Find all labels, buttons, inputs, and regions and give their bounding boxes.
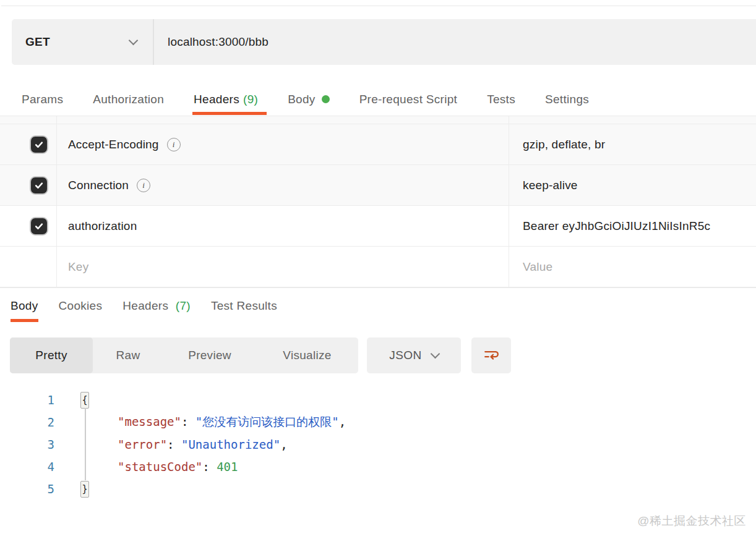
url-text: localhost:3000/bbb: [168, 35, 268, 49]
tab-pre-request-script[interactable]: Pre-request Script: [359, 83, 458, 116]
json-key: "statusCode": [118, 460, 202, 473]
code-line: 5 }: [10, 478, 756, 500]
tab-label: Pre-request Script: [359, 93, 458, 106]
header-value-cell[interactable]: Bearer eyJhbGciOiJIUzI1NiIsInR5c: [509, 206, 756, 246]
tab-label: Headers: [194, 93, 239, 106]
tab-label: Params: [22, 93, 63, 106]
checkbox-checked[interactable]: [30, 135, 48, 154]
tab-label: Cookies: [59, 299, 103, 312]
tab-headers[interactable]: Headers (9): [194, 83, 258, 116]
segment-label: Pretty: [35, 349, 67, 362]
response-tab-test-results[interactable]: Test Results: [211, 288, 277, 322]
view-mode-segments: Pretty Raw Preview Visualize: [10, 337, 358, 373]
tab-label: Test Results: [211, 299, 277, 312]
segment-label: Visualize: [283, 349, 331, 362]
table-row-accept-encoding: Accept-Encoding i gzip, deflate, br: [0, 124, 756, 165]
tab-label: Body: [288, 93, 316, 106]
response-body-viewer: 1 { 2 "message": "您没有访问该接口的权限", 3 "error…: [10, 389, 756, 500]
tab-body[interactable]: Body: [288, 83, 330, 116]
top-divider: [1, 6, 756, 6]
fold-marker-open-brace[interactable]: {: [80, 392, 89, 409]
checkbox-checked[interactable]: [30, 176, 48, 195]
info-icon[interactable]: i: [137, 179, 150, 192]
tab-label: Body: [11, 299, 38, 312]
line-number: 4: [10, 460, 54, 473]
code-line: 2 "message": "您没有访问该接口的权限",: [10, 411, 756, 433]
chevron-down-icon: [430, 349, 440, 359]
response-tab-cookies[interactable]: Cookies: [59, 288, 103, 322]
response-tab-body[interactable]: Body: [11, 288, 38, 322]
line-number: 1: [10, 393, 54, 407]
header-key-cell[interactable]: Connection i: [57, 165, 509, 205]
request-tabs: Params Authorization Headers (9) Body Pr…: [12, 83, 756, 116]
table-row-partial: [0, 116, 756, 124]
fold-marker-close-brace[interactable]: }: [80, 481, 89, 498]
header-key: authorization: [68, 219, 137, 233]
json-string-value: "您没有访问该接口的权限": [195, 415, 339, 428]
table-row-connection: Connection i keep-alive: [0, 165, 756, 206]
json-key: "message": [118, 415, 181, 428]
view-mode-raw[interactable]: Raw: [93, 337, 163, 373]
header-key: Connection: [68, 179, 129, 192]
body-present-dot-icon: [322, 95, 330, 103]
table-row-authorization: authorization Bearer eyJhbGciOiJIUzI1NiI…: [0, 206, 756, 247]
tab-label: Headers: [122, 299, 168, 312]
code-line: 4 "statusCode": 401: [10, 456, 756, 478]
tab-settings[interactable]: Settings: [545, 83, 589, 116]
value-placeholder: Value: [523, 260, 552, 274]
code-line: 1 {: [10, 389, 756, 411]
chevron-down-icon: [129, 35, 139, 45]
header-value-cell[interactable]: gzip, deflate, br: [509, 124, 756, 164]
json-key: "error": [118, 438, 167, 451]
headers-table: Accept-Encoding i gzip, deflate, br Conn…: [0, 116, 756, 287]
response-tabs: Body Cookies Headers (7) Test Results: [11, 288, 277, 322]
tab-label: Settings: [545, 93, 589, 106]
header-value: Bearer eyJhbGciOiJIUzI1NiIsInR5c: [523, 219, 710, 233]
new-value-input[interactable]: Value: [509, 247, 756, 287]
url-input[interactable]: localhost:3000/bbb: [154, 19, 756, 65]
url-bar: GET localhost:3000/bbb: [12, 19, 756, 65]
wrap-text-button[interactable]: [471, 337, 511, 373]
line-number: 3: [10, 438, 54, 451]
view-mode-preview[interactable]: Preview: [163, 337, 256, 373]
segment-label: Raw: [116, 349, 140, 362]
format-label: JSON: [389, 349, 421, 362]
method-select[interactable]: GET: [12, 19, 154, 65]
format-select[interactable]: JSON: [367, 337, 461, 373]
wrap-text-icon: [482, 347, 500, 363]
header-key: Accept-Encoding: [68, 138, 159, 151]
response-headers-count: (7): [176, 299, 191, 312]
fold-guide-line: [85, 408, 86, 480]
line-number: 5: [10, 482, 54, 496]
view-mode-visualize[interactable]: Visualize: [256, 337, 358, 373]
watermark: @稀土掘金技术社区: [637, 513, 746, 529]
info-icon[interactable]: i: [167, 138, 181, 151]
line-number: 2: [10, 415, 54, 429]
response-tab-headers[interactable]: Headers (7): [122, 288, 191, 322]
headers-count: (9): [243, 93, 258, 106]
tab-label: Authorization: [93, 93, 164, 106]
code-line: 3 "error": "Unauthorized",: [10, 433, 756, 456]
header-value-cell[interactable]: keep-alive: [509, 165, 756, 205]
tab-tests[interactable]: Tests: [487, 83, 515, 116]
header-value: gzip, deflate, br: [523, 138, 605, 151]
key-placeholder: Key: [68, 260, 88, 274]
tab-label: Tests: [487, 93, 515, 106]
tab-params[interactable]: Params: [22, 83, 63, 116]
view-mode-pretty[interactable]: Pretty: [10, 337, 93, 373]
segment-label: Preview: [188, 349, 231, 362]
json-number-value: 401: [217, 460, 238, 473]
response-view-bar: Pretty Raw Preview Visualize JSON: [10, 337, 511, 373]
tab-authorization[interactable]: Authorization: [93, 83, 164, 116]
header-value: keep-alive: [523, 179, 578, 192]
checkbox-checked[interactable]: [30, 217, 48, 236]
header-key-cell[interactable]: Accept-Encoding i: [57, 124, 509, 164]
json-string-value: "Unauthorized": [181, 438, 280, 451]
header-key-cell[interactable]: authorization: [57, 206, 509, 246]
new-key-input[interactable]: Key: [57, 247, 509, 287]
method-label: GET: [25, 35, 50, 49]
table-row-new-entry: Key Value: [0, 247, 756, 287]
